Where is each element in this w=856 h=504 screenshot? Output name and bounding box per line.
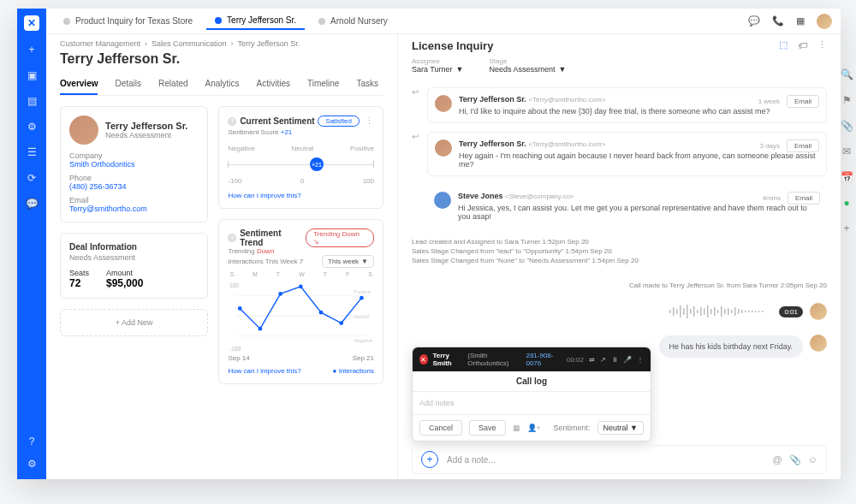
transfer-icon[interactable]: ↗ bbox=[600, 356, 606, 364]
dashboard-icon[interactable]: ▣ bbox=[25, 68, 39, 82]
attach-icon[interactable]: ▦ bbox=[513, 424, 520, 432]
attach-icon[interactable]: 📎 bbox=[789, 454, 801, 465]
hangup-icon[interactable]: ✕ bbox=[419, 354, 428, 365]
call-number: 281-908-0076 bbox=[526, 352, 560, 367]
call-timer: 00:02 bbox=[567, 356, 584, 364]
tabbar: Product Inquiry for Texas Store Terry Je… bbox=[46, 9, 841, 34]
chat-icon[interactable]: 💬 bbox=[748, 15, 760, 27]
save-button[interactable]: Save bbox=[469, 420, 506, 436]
sentiment-card: ?Current Sentiment Satisfied⋮ Sentiment … bbox=[218, 106, 383, 209]
email-button[interactable]: Email bbox=[787, 95, 819, 108]
tab-related[interactable]: Related bbox=[158, 74, 187, 95]
improve-link[interactable]: How can I improve this? bbox=[228, 192, 374, 199]
breadcrumb-link[interactable]: Customer Management bbox=[60, 39, 140, 48]
improve-link[interactable]: How can I improve this? bbox=[228, 367, 300, 375]
gear-icon[interactable]: ⚙ bbox=[25, 120, 39, 133]
stage-selector[interactable]: Needs Assessment ▼ bbox=[489, 65, 566, 74]
company-link[interactable]: Smith Orthodontics bbox=[69, 160, 199, 169]
app-logo[interactable]: ✕ bbox=[24, 15, 39, 31]
help-icon[interactable]: ? bbox=[25, 435, 39, 448]
briefcase-icon[interactable]: ☰ bbox=[25, 145, 39, 159]
scan-icon[interactable]: ⬚ bbox=[779, 39, 788, 50]
deal-stage: Needs Assessment bbox=[69, 253, 199, 262]
sender-email: <Steve@company.co> bbox=[505, 193, 574, 200]
mute-icon[interactable]: 🎤 bbox=[623, 356, 632, 364]
svg-rect-36 bbox=[741, 310, 743, 313]
tab-analytics[interactable]: Analytics bbox=[205, 74, 240, 95]
tab-terry-jefferson[interactable]: Terry Jefferson Sr. bbox=[206, 12, 305, 30]
svg-text:100: 100 bbox=[229, 282, 239, 288]
call-notes-input[interactable]: Add notes bbox=[413, 392, 651, 415]
emoji-icon[interactable]: ☺ bbox=[808, 454, 817, 465]
help-icon[interactable]: ? bbox=[228, 117, 236, 126]
flag-icon[interactable]: ⚑ bbox=[841, 94, 853, 106]
calendar-icon[interactable]: 📅 bbox=[841, 171, 853, 183]
trend-card: ?Sentiment Trend Trending Down ↘ Trendin… bbox=[218, 219, 383, 384]
note-input[interactable]: Add a note... bbox=[447, 455, 764, 465]
user-avatar[interactable] bbox=[817, 14, 832, 29]
search-icon[interactable]: 🔍 bbox=[841, 68, 853, 80]
phone-link[interactable]: (480) 256-36734 bbox=[69, 182, 199, 191]
tab-overview[interactable]: Overview bbox=[60, 74, 98, 95]
trend-direction: Down bbox=[257, 247, 274, 255]
tab-product-inquiry[interactable]: Product Inquiry for Texas Store bbox=[55, 13, 201, 29]
add-new-button[interactable]: + Add New bbox=[60, 309, 208, 336]
settings-icon[interactable]: ⚙ bbox=[25, 457, 39, 471]
plus-icon[interactable]: + bbox=[25, 43, 39, 56]
more-icon[interactable]: ⋮ bbox=[817, 39, 827, 50]
adduser-icon[interactable]: 👤+ bbox=[527, 424, 541, 432]
svg-rect-35 bbox=[738, 309, 740, 314]
grid-icon[interactable]: ▦ bbox=[796, 15, 805, 27]
svg-text:Negative: Negative bbox=[354, 338, 372, 343]
tab-details[interactable]: Details bbox=[115, 74, 141, 95]
assignee-label: Assignee bbox=[412, 57, 463, 65]
plus-icon[interactable]: + bbox=[841, 222, 853, 234]
deal-title: Deal Information bbox=[69, 242, 199, 252]
sender-name: Steve Jones bbox=[458, 192, 503, 200]
phone-icon[interactable]: 📞 bbox=[772, 15, 784, 27]
scale-mid: 0 bbox=[300, 177, 304, 185]
chat-icon[interactable]: 💬 bbox=[25, 197, 39, 210]
status-dot-icon[interactable]: ● bbox=[841, 197, 853, 209]
clip-icon[interactable]: 📎 bbox=[841, 120, 853, 132]
add-note-bar: + Add a note... @ 📎 ☺ bbox=[412, 445, 827, 474]
sentiment-badge: Satisfied bbox=[318, 116, 360, 127]
email-link[interactable]: Terry@smithortho.com bbox=[69, 205, 199, 213]
inquiry-title: License Inquiry bbox=[412, 39, 566, 52]
tab-tasks[interactable]: Tasks bbox=[356, 74, 378, 95]
call-contact-name: Terry Smith bbox=[433, 352, 463, 367]
shuffle-icon[interactable]: ⇄ bbox=[589, 356, 595, 364]
amount-label: Amount bbox=[106, 269, 133, 277]
day-label: T bbox=[324, 271, 327, 277]
svg-rect-30 bbox=[721, 306, 722, 317]
svg-rect-18 bbox=[680, 305, 681, 317]
add-button[interactable]: + bbox=[421, 451, 438, 468]
refresh-icon[interactable]: ⟳ bbox=[25, 171, 39, 185]
tab-arnold-nursery[interactable]: Arnold Nursery bbox=[310, 13, 396, 29]
mention-icon[interactable]: @ bbox=[773, 454, 782, 465]
call-log-entry: Call made to Terry Jefferson Sr. from Sa… bbox=[412, 282, 827, 289]
reply-arrow-icon: ↩ bbox=[412, 87, 422, 123]
pause-icon[interactable]: ⏸ bbox=[611, 356, 618, 364]
help-icon[interactable]: ? bbox=[228, 234, 236, 242]
system-log-entry: Sales Stage Changed from "None" to "Need… bbox=[412, 257, 827, 264]
audio-waveform[interactable] bbox=[669, 303, 772, 320]
email-button[interactable]: Email bbox=[788, 192, 820, 205]
sentiment-marker: +21 bbox=[310, 157, 324, 171]
tag-icon[interactable]: 🏷 bbox=[798, 40, 807, 50]
svg-point-10 bbox=[279, 292, 283, 296]
mail-icon[interactable]: ✉ bbox=[841, 145, 853, 157]
more-icon[interactable]: ⋮ bbox=[365, 116, 374, 127]
cancel-button[interactable]: Cancel bbox=[419, 420, 462, 436]
breadcrumb-link[interactable]: Sales Communication bbox=[152, 39, 227, 48]
tab-timeline[interactable]: Timeline bbox=[307, 74, 339, 95]
assignee-selector[interactable]: Sara Turner ▼ bbox=[412, 65, 463, 74]
email-button[interactable]: Email bbox=[787, 139, 819, 152]
file-icon[interactable]: ▤ bbox=[25, 94, 39, 108]
week-selector[interactable]: This week ▼ bbox=[322, 255, 374, 268]
tab-activities[interactable]: Activities bbox=[257, 74, 290, 95]
more-icon[interactable]: ⋮ bbox=[637, 356, 644, 364]
right-rail: 🔍 ⚑ 📎 ✉ 📅 ● + bbox=[841, 68, 853, 234]
note-bubble: He has his kids birthday next Friday. bbox=[659, 335, 803, 358]
sentiment-select[interactable]: Neutral ▼ bbox=[597, 421, 644, 435]
